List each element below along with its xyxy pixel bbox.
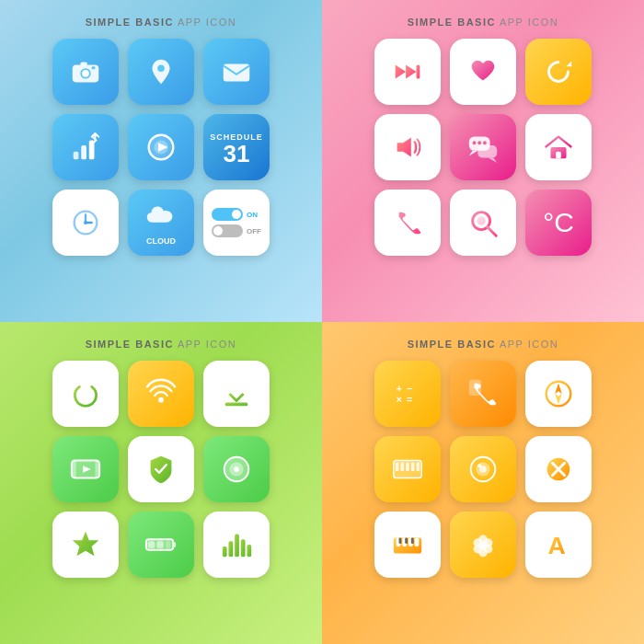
piano-icon-box[interactable]	[374, 512, 441, 578]
svg-rect-68	[406, 462, 409, 471]
section-title-4: SIMPLE BASIC APP ICON	[408, 339, 559, 350]
phone-icon-box[interactable]	[374, 190, 441, 256]
svg-rect-38	[95, 461, 99, 478]
icon-grid-4: + − × =	[374, 361, 592, 578]
svg-rect-47	[173, 542, 176, 547]
svg-rect-51	[223, 546, 227, 557]
compass-icon-box[interactable]	[525, 361, 592, 427]
icon-grid-3	[52, 361, 270, 578]
home-icon-box[interactable]	[525, 114, 592, 180]
svg-point-43	[234, 466, 239, 472]
svg-marker-23	[397, 138, 411, 157]
svg-rect-67	[400, 462, 404, 471]
svg-rect-48	[148, 541, 155, 548]
clock-icon-box[interactable]	[52, 190, 119, 256]
svg-marker-63	[555, 394, 562, 404]
svg-rect-55	[247, 545, 251, 557]
svg-marker-44	[73, 532, 99, 557]
font-icon-box[interactable]: A	[525, 512, 592, 578]
svg-rect-84	[405, 537, 408, 544]
calculator-icon-box[interactable]: + − × =	[374, 361, 441, 427]
svg-point-92	[478, 541, 488, 550]
chart-icon-box[interactable]	[52, 114, 119, 180]
camera-icon-box[interactable]	[52, 39, 119, 105]
svg-point-2	[82, 70, 89, 77]
wifi-icon-box[interactable]	[128, 361, 194, 427]
quadrant-orange: SIMPLE BASIC APP ICON + − × =	[322, 322, 644, 644]
cloud-icon-box[interactable]: CLOUD	[128, 190, 194, 256]
schedule-icon-box[interactable]: SCHEDULE 31	[203, 114, 270, 180]
svg-rect-60	[469, 380, 481, 396]
video-icon-box[interactable]	[128, 114, 194, 180]
phone-orange-icon-box[interactable]	[450, 361, 516, 427]
svg-rect-37	[72, 461, 76, 478]
svg-rect-50	[166, 541, 171, 548]
svg-rect-53	[235, 535, 239, 558]
svg-rect-26	[473, 141, 477, 144]
toggle-icon-box[interactable]: ON OFF	[203, 190, 270, 256]
section-title-2: SIMPLE BASIC APP ICON	[408, 17, 559, 28]
svg-rect-27	[477, 141, 481, 144]
location-icon-box[interactable]	[128, 39, 194, 105]
svg-rect-66	[396, 462, 399, 471]
icon-grid-2: °C	[374, 39, 592, 256]
fastforward-icon-box[interactable]	[374, 39, 441, 105]
svg-rect-83	[399, 537, 402, 544]
svg-rect-28	[483, 141, 487, 144]
svg-rect-3	[80, 63, 87, 66]
svg-rect-54	[241, 539, 246, 557]
svg-text:−: −	[407, 384, 412, 394]
section-title-1: SIMPLE BASIC APP ICON	[86, 17, 237, 28]
video-strip-icon-box[interactable]	[52, 436, 119, 502]
refresh-icon-box[interactable]	[525, 39, 592, 105]
battery-icon-box[interactable]	[128, 512, 194, 578]
celsius-icon-box[interactable]: °C	[525, 190, 592, 256]
music-roll-icon-box[interactable]	[374, 436, 441, 502]
svg-rect-25	[477, 145, 497, 157]
svg-rect-8	[81, 145, 86, 159]
equalizer-icon-box[interactable]	[203, 512, 270, 578]
search-icon-box[interactable]	[450, 190, 516, 256]
eye-icon-box[interactable]	[450, 436, 516, 502]
chat-icon-box[interactable]	[450, 114, 516, 180]
svg-line-32	[488, 227, 497, 236]
star-icon-box[interactable]	[52, 512, 119, 578]
svg-text:×: ×	[397, 395, 402, 405]
svg-rect-34	[225, 403, 248, 407]
svg-text:=: =	[407, 395, 412, 405]
svg-rect-70	[417, 462, 420, 471]
flower-icon-box[interactable]	[450, 512, 516, 578]
close-icon-box[interactable]	[525, 436, 592, 502]
app-icon-showcase: SIMPLE BASIC APP ICON	[0, 0, 644, 644]
svg-text:A: A	[548, 532, 566, 559]
svg-marker-62	[555, 384, 562, 394]
svg-rect-7	[74, 152, 79, 160]
disc-icon-box[interactable]	[203, 436, 270, 502]
svg-point-33	[477, 216, 486, 225]
speaker-icon-box[interactable]	[374, 114, 441, 180]
svg-rect-6	[224, 63, 250, 81]
quadrant-green: SIMPLE BASIC APP ICON	[0, 322, 322, 644]
svg-point-74	[477, 464, 481, 467]
mail-icon-box[interactable]	[203, 39, 270, 105]
quadrant-pink: SIMPLE BASIC APP ICON	[322, 0, 644, 322]
power-icon-box[interactable]	[52, 361, 119, 427]
svg-point-5	[157, 64, 165, 72]
svg-rect-4	[92, 66, 96, 69]
heart-icon-box[interactable]	[450, 39, 516, 105]
svg-point-18	[84, 221, 87, 224]
section-title-3: SIMPLE BASIC APP ICON	[86, 339, 237, 350]
svg-marker-19	[396, 64, 406, 78]
svg-rect-69	[411, 462, 415, 471]
svg-marker-22	[567, 62, 572, 67]
svg-rect-52	[228, 541, 233, 557]
download-icon-box[interactable]	[203, 361, 270, 427]
svg-marker-20	[406, 64, 416, 78]
svg-rect-82	[415, 537, 420, 546]
svg-rect-85	[411, 537, 414, 544]
svg-rect-49	[156, 541, 164, 548]
svg-rect-21	[417, 64, 420, 78]
quadrant-blue: SIMPLE BASIC APP ICON	[0, 0, 322, 322]
shield-icon-box[interactable]	[128, 436, 194, 502]
svg-text:+: +	[397, 384, 402, 394]
